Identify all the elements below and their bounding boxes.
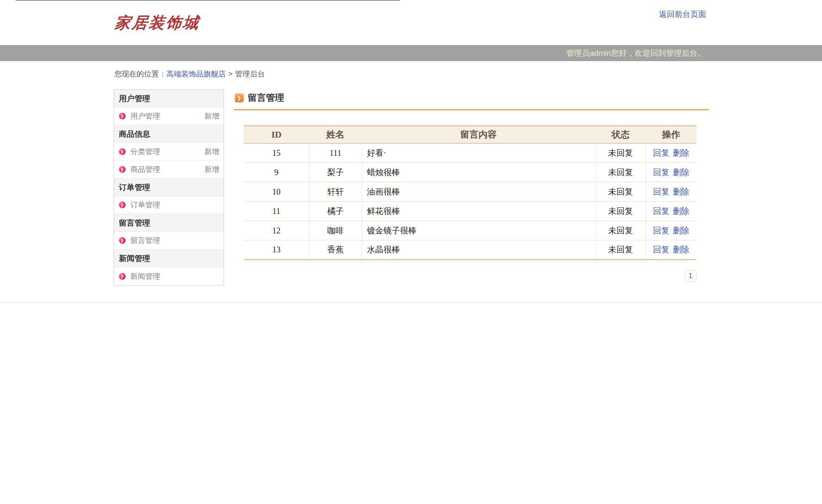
sidebar-section-header-4: 留言管理	[114, 214, 224, 232]
breadcrumb-separator: >	[229, 70, 233, 78]
sidebar-section-header-2: 商品信息	[114, 125, 224, 143]
cell-content: 镀金镜子很棒	[362, 221, 595, 240]
footer-divider	[0, 302, 822, 303]
orange-arrow-icon: ❯	[235, 93, 244, 102]
table-header-4: 状态	[595, 126, 646, 143]
breadcrumb-current: 管理后台	[235, 70, 265, 78]
sidebar-section-header-1: 用户管理	[114, 90, 224, 107]
cell-name: 111	[309, 143, 362, 163]
admin-greeting-text: 管理员admin您好，欢迎回到管理后台。	[566, 45, 705, 61]
delete-link[interactable]: 删除	[673, 187, 689, 196]
reply-link[interactable]: 回复	[653, 168, 670, 177]
cell-content: 油画很棒	[362, 182, 595, 202]
page-number-1[interactable]: 1	[685, 270, 696, 282]
cell-status: 未回复	[595, 163, 646, 182]
pink-arrow-icon: ❯	[119, 273, 126, 280]
cell-status: 未回复	[595, 240, 646, 260]
delete-link[interactable]: 删除	[673, 245, 689, 254]
sidebar-item-5-1[interactable]: ❯新闻管理	[114, 267, 224, 285]
cell-content: 水晶很棒	[362, 240, 595, 260]
sidebar-item-2-1[interactable]: ❯分类管理新增	[114, 143, 224, 161]
cell-actions: 回复删除	[646, 202, 696, 221]
site-logo: 家居装饰城	[114, 12, 200, 33]
cell-status: 未回复	[595, 182, 646, 202]
delete-link[interactable]: 删除	[673, 226, 689, 235]
table-row: 13香蕉水晶很棒未回复回复删除	[244, 240, 696, 260]
sidebar-item-3-1[interactable]: ❯订单管理	[114, 196, 224, 214]
delete-link[interactable]: 删除	[673, 148, 689, 157]
cell-name: 香蕉	[309, 240, 362, 260]
delete-link[interactable]: 删除	[673, 207, 689, 216]
cell-actions: 回复删除	[646, 240, 696, 260]
cell-actions: 回复删除	[646, 221, 696, 240]
cell-content: 蜡烛很棒	[362, 163, 595, 182]
cell-content: 好看·	[362, 143, 595, 163]
back-to-frontend-link[interactable]: 返回前台页面	[659, 9, 706, 20]
reply-link[interactable]: 回复	[653, 148, 670, 157]
cell-status: 未回复	[595, 221, 646, 240]
breadcrumb-prefix: 您现在的位置：	[114, 70, 167, 78]
reply-link[interactable]: 回复	[653, 226, 670, 235]
cell-name: 轩轩	[309, 182, 362, 202]
table-row: 9梨子蜡烛很棒未回复回复删除	[244, 163, 696, 182]
cell-name: 橘子	[309, 202, 362, 221]
sidebar-section-header-5: 新闻管理	[114, 250, 224, 267]
sidebar-item-add-link[interactable]: 新增	[205, 111, 219, 121]
cell-id: 15	[244, 143, 310, 163]
cell-actions: 回复删除	[646, 143, 696, 163]
table-header-5: 操作	[646, 126, 696, 143]
sidebar-item-label: 商品管理	[131, 164, 205, 174]
pink-arrow-icon: ❯	[119, 202, 126, 208]
cell-name: 梨子	[309, 163, 362, 182]
delete-link[interactable]: 删除	[673, 168, 689, 177]
sidebar-item-label: 订单管理	[131, 200, 219, 210]
cell-id: 9	[244, 163, 310, 182]
sidebar-item-add-link[interactable]: 新增	[205, 147, 219, 157]
cell-id: 13	[244, 240, 310, 260]
breadcrumb: 您现在的位置：高端装饰品旗舰店>管理后台	[114, 69, 709, 79]
sidebar-section-header-3: 订单管理	[114, 178, 224, 196]
page-header: 家居装饰城 返回前台页面 首 页用 户商 品订 单留 言新 闻	[0, 0, 822, 45]
cell-id: 12	[244, 221, 310, 240]
table-row: 11橘子鲜花很棒未回复回复删除	[244, 202, 696, 221]
pink-arrow-icon: ❯	[119, 237, 126, 244]
pagination: 1	[234, 270, 696, 282]
cell-content: 鲜花很棒	[362, 202, 595, 221]
cell-name: 咖啡	[309, 221, 362, 240]
table-header-2: 姓名	[309, 126, 362, 143]
reply-link[interactable]: 回复	[653, 187, 670, 196]
pink-arrow-icon: ❯	[119, 113, 126, 119]
table-header-3: 留言内容	[362, 126, 595, 143]
main-panel: ❯ 留言管理 ID姓名留言内容状态操作 15111好看·未回复回复删除9梨子蜡烛…	[234, 89, 709, 282]
table-row: 10轩轩油画很棒未回复回复删除	[244, 182, 696, 202]
sidebar-item-label: 用户管理	[131, 111, 205, 121]
pink-arrow-icon: ❯	[119, 166, 126, 173]
cell-id: 10	[244, 182, 310, 202]
sidebar-item-label: 新闻管理	[131, 271, 219, 281]
reply-link[interactable]: 回复	[653, 207, 670, 216]
sidebar-item-1-1[interactable]: ❯用户管理新增	[114, 107, 224, 125]
page-title: 留言管理	[248, 92, 284, 104]
sidebar-item-4-1[interactable]: ❯留言管理	[114, 232, 224, 250]
reply-link[interactable]: 回复	[653, 245, 670, 254]
main-title-row: ❯ 留言管理	[234, 89, 709, 110]
messages-table: ID姓名留言内容状态操作 15111好看·未回复回复删除9梨子蜡烛很棒未回复回复…	[244, 125, 696, 260]
breadcrumb-store-link[interactable]: 高端装饰品旗舰店	[167, 70, 226, 78]
cell-status: 未回复	[595, 202, 646, 221]
sidebar-item-2-2[interactable]: ❯商品管理新增	[114, 161, 224, 178]
cell-status: 未回复	[595, 143, 646, 163]
cell-actions: 回复删除	[646, 182, 696, 202]
pink-arrow-icon: ❯	[119, 148, 126, 155]
sidebar-item-label: 分类管理	[131, 147, 205, 157]
cell-id: 11	[244, 202, 310, 221]
sidebar-item-label: 留言管理	[131, 235, 219, 245]
table-row: 12咖啡镀金镜子很棒未回复回复删除	[244, 221, 696, 240]
cell-actions: 回复删除	[646, 163, 696, 182]
table-row: 15111好看·未回复回复删除	[244, 143, 696, 163]
sidebar: 用户管理❯用户管理新增商品信息❯分类管理新增❯商品管理新增订单管理❯订单管理留言…	[114, 89, 224, 285]
sidebar-item-add-link[interactable]: 新增	[205, 164, 219, 174]
table-header-1: ID	[244, 126, 310, 143]
greeting-bar: 管理员admin您好，欢迎回到管理后台。	[0, 45, 822, 61]
